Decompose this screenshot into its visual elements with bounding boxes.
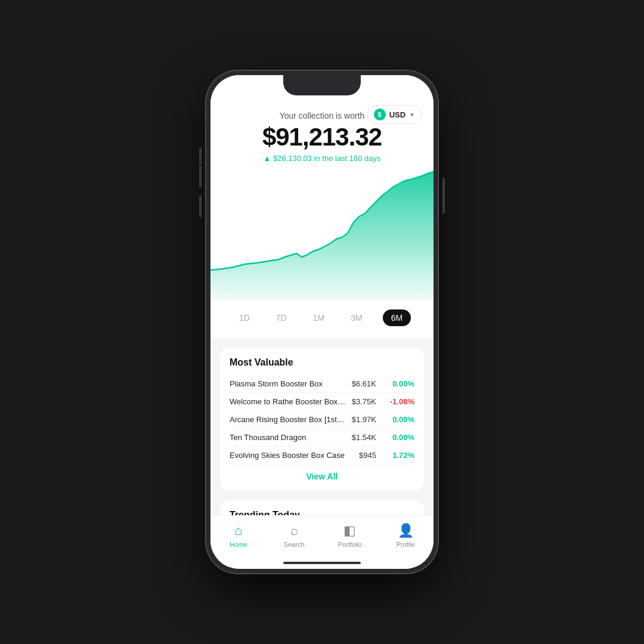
item-name: Welcome to Rathe Booster Box [1st ... — [230, 397, 346, 406]
phone-screen: $ USD ▼ Your collection is worth $91,213… — [210, 75, 434, 569]
change-text: $28,130.03 in the last 180 days — [273, 154, 381, 163]
filter-7d[interactable]: 7D — [270, 309, 293, 326]
item-value: $945 — [346, 451, 376, 460]
filter-6m[interactable]: 6M — [383, 309, 411, 326]
nav-portfolio[interactable]: ◧ Portfolio — [322, 523, 378, 548]
filter-1m[interactable]: 1M — [307, 309, 330, 326]
volume-up-button — [199, 166, 202, 187]
table-row[interactable]: Arcane Rising Booster Box [1st Edition] … — [230, 411, 414, 429]
volume-down-button — [199, 196, 202, 217]
profile-icon: 👤 — [398, 523, 414, 538]
nav-search-label: Search — [284, 541, 305, 548]
filter-1d[interactable]: 1D — [233, 309, 256, 326]
table-row[interactable]: Plasma Storm Booster Box $6.61K 0.00% — [230, 375, 414, 393]
item-name: Plasma Storm Booster Box — [230, 379, 346, 388]
nav-profile[interactable]: 👤 Profile — [378, 523, 434, 548]
home-indicator — [283, 562, 361, 564]
chart-svg — [210, 163, 434, 300]
currency-icon: $ — [374, 109, 386, 120]
item-value: $1.97K — [346, 415, 376, 424]
table-row[interactable]: Evolving Skies Booster Box Case $945 1.7… — [230, 447, 414, 465]
portfolio-icon: ◧ — [343, 523, 356, 538]
nav-home-label: Home — [230, 541, 247, 548]
view-all-button[interactable]: View All — [230, 465, 414, 481]
table-row[interactable]: Ten Thousand Dragon $1.54K 0.00% — [230, 429, 414, 447]
filter-3m[interactable]: 3M — [345, 309, 368, 326]
item-value: $1.54K — [346, 433, 376, 442]
dropdown-arrow-icon: ▼ — [409, 112, 415, 118]
time-filter-bar: 1D 7D 1M 3M 6M — [210, 300, 434, 338]
most-valuable-title: Most Valuable — [230, 357, 414, 368]
portfolio-chart[interactable] — [210, 163, 434, 300]
home-icon: ⌂ — [234, 523, 242, 538]
item-name: Ten Thousand Dragon — [230, 433, 346, 442]
most-valuable-card: Most Valuable Plasma Storm Booster Box $… — [220, 348, 424, 491]
table-row[interactable]: Welcome to Rathe Booster Box [1st ... $3… — [230, 393, 414, 411]
phone-frame: $ USD ▼ Your collection is worth $91,213… — [206, 70, 438, 574]
bottom-navigation: ⌂ Home ⌕ Search ◧ Portfolio 👤 Profile — [210, 515, 434, 569]
collection-change: ▲ $28,130.03 in the last 180 days — [222, 154, 422, 163]
currency-selector[interactable]: $ USD ▼ — [367, 105, 422, 124]
up-arrow-icon: ▲ — [263, 154, 271, 163]
currency-code: USD — [389, 110, 405, 119]
power-button — [442, 178, 445, 213]
silent-button — [199, 148, 202, 165]
nav-portfolio-label: Portfolio — [338, 541, 362, 548]
collection-value: $91,213.32 — [222, 123, 422, 151]
nav-home[interactable]: ⌂ Home — [210, 523, 267, 548]
item-value: $6.61K — [346, 379, 376, 388]
item-name: Evolving Skies Booster Box Case — [230, 451, 346, 460]
notch — [283, 75, 361, 95]
item-value: $3.75K — [346, 397, 376, 406]
nav-search[interactable]: ⌕ Search — [267, 523, 323, 548]
item-name: Arcane Rising Booster Box [1st Edition] — [230, 415, 346, 424]
item-change: 0.00% — [386, 433, 414, 442]
item-change: 0.00% — [386, 379, 414, 388]
item-change: 1.72% — [386, 451, 414, 460]
screen-content: $ USD ▼ Your collection is worth $91,213… — [210, 75, 434, 569]
item-change: 0.00% — [386, 415, 414, 424]
search-icon: ⌕ — [290, 523, 298, 538]
nav-profile-label: Profile — [397, 541, 415, 548]
item-change: -1.08% — [386, 397, 414, 406]
